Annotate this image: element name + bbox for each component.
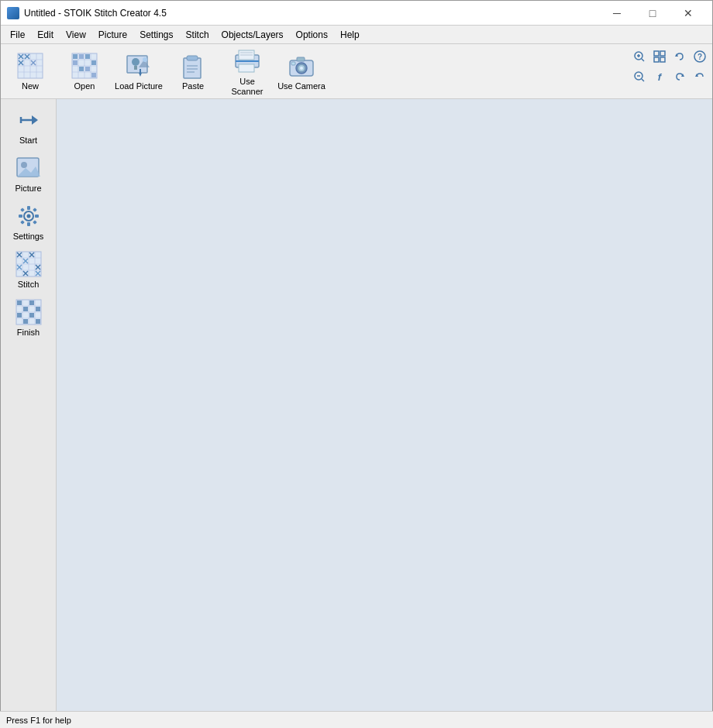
zoom-out-button[interactable]: [630, 67, 649, 86]
svg-rect-84: [33, 208, 37, 212]
svg-rect-45: [239, 64, 254, 72]
start-icon: [15, 106, 43, 134]
finish-sidebar-icon: [15, 298, 43, 326]
title-bar: Untitled - STOIK Stitch Creator 4.5 ─ □ …: [1, 1, 712, 26]
settings-sidebar-icon: [15, 202, 43, 230]
menu-file[interactable]: File: [4, 26, 31, 43]
svg-line-57: [642, 59, 644, 61]
sidebar-settings-button[interactable]: Settings: [4, 198, 53, 245]
svg-rect-23: [79, 54, 84, 59]
svg-rect-36: [140, 69, 141, 74]
status-text: Press F1 for help: [6, 716, 71, 725]
open-button[interactable]: Open: [58, 47, 111, 95]
sidebar-start-button[interactable]: Start: [4, 102, 53, 149]
window-title: Untitled - STOIK Stitch Creator 4.5: [24, 8, 167, 19]
svg-marker-73: [32, 115, 38, 125]
sidebar-picture-button[interactable]: Picture: [4, 150, 53, 197]
undo-button[interactable]: [670, 47, 689, 66]
svg-rect-22: [73, 54, 78, 59]
menu-options[interactable]: Options: [290, 26, 334, 43]
svg-rect-79: [27, 206, 30, 210]
grid-button[interactable]: [650, 47, 669, 66]
svg-rect-52: [297, 57, 305, 61]
stitch-sidebar-icon: [15, 250, 43, 278]
toolbar-left: New: [4, 47, 625, 95]
zoom-in-button[interactable]: [630, 47, 649, 66]
redo-button[interactable]: [670, 67, 689, 86]
use-scanner-label: Use Scanner: [223, 77, 271, 97]
picture-label: Picture: [15, 184, 41, 193]
svg-rect-118: [36, 307, 40, 311]
svg-point-75: [21, 162, 27, 168]
svg-rect-29: [91, 73, 96, 77]
sidebar: Start Picture: [1, 99, 57, 713]
new-button[interactable]: New: [4, 47, 57, 95]
svg-rect-24: [85, 54, 90, 59]
svg-rect-86: [33, 220, 37, 225]
svg-rect-37: [184, 58, 201, 78]
svg-rect-61: [660, 57, 665, 62]
menu-settings[interactable]: Settings: [133, 26, 179, 43]
main-layout: Start Picture: [1, 99, 712, 713]
toolbar: New: [1, 44, 712, 99]
menu-view[interactable]: View: [60, 26, 92, 43]
maximize-button[interactable]: □: [635, 1, 670, 26]
minimize-button[interactable]: ─: [599, 1, 635, 26]
paste-label: Paste: [182, 81, 204, 91]
svg-rect-117: [23, 307, 28, 311]
partial-undo-button[interactable]: [691, 67, 709, 86]
menu-picture[interactable]: Picture: [92, 26, 133, 43]
new-label: New: [22, 81, 39, 91]
svg-rect-60: [654, 57, 659, 62]
finish-label: Finish: [17, 328, 40, 337]
paste-button[interactable]: Paste: [167, 47, 219, 95]
menu-help[interactable]: Help: [334, 26, 366, 43]
new-icon: [16, 52, 44, 80]
load-picture-button[interactable]: Load Picture: [112, 47, 165, 95]
svg-rect-81: [19, 215, 22, 218]
open-icon: [71, 52, 98, 80]
window-controls: ─ □ ✕: [599, 1, 706, 26]
svg-line-67: [642, 79, 644, 81]
use-scanner-button[interactable]: Use Scanner: [221, 47, 274, 95]
use-camera-button[interactable]: Use Camera: [275, 47, 328, 95]
paste-icon: [179, 52, 207, 80]
picture-sidebar-icon: [15, 154, 43, 182]
load-picture-icon: [125, 52, 153, 80]
svg-rect-120: [29, 313, 34, 318]
svg-rect-82: [35, 215, 39, 218]
svg-rect-27: [85, 67, 90, 71]
sidebar-stitch-button[interactable]: Stitch: [4, 246, 53, 293]
svg-point-34: [143, 57, 147, 62]
svg-rect-59: [660, 51, 665, 56]
svg-rect-38: [187, 56, 198, 60]
status-bar: Press F1 for help: [0, 711, 713, 728]
settings-label: Settings: [13, 232, 44, 241]
help-button[interactable]: ?: [691, 47, 709, 66]
svg-text:?: ?: [698, 53, 702, 61]
menu-objects-layers[interactable]: Objects/Layers: [215, 26, 290, 43]
italic-button[interactable]: f: [650, 67, 669, 86]
canvas-area[interactable]: [57, 99, 712, 713]
toolbar-right-row-1: ?: [630, 47, 709, 66]
use-camera-label: Use Camera: [277, 81, 326, 91]
svg-rect-83: [20, 208, 25, 212]
menu-stitch[interactable]: Stitch: [180, 26, 215, 43]
menu-bar: File Edit View Picture Settings Stitch O…: [1, 26, 712, 44]
svg-rect-121: [23, 319, 28, 324]
svg-rect-25: [73, 60, 78, 65]
sidebar-finish-button[interactable]: Finish: [4, 294, 53, 341]
svg-rect-119: [17, 313, 22, 318]
open-label: Open: [74, 81, 95, 91]
svg-point-31: [132, 58, 140, 66]
svg-rect-28: [91, 60, 96, 65]
load-picture-label: Load Picture: [115, 81, 163, 91]
svg-rect-58: [654, 51, 659, 56]
svg-rect-80: [27, 222, 30, 226]
svg-text:f: f: [658, 71, 663, 83]
svg-rect-116: [29, 300, 34, 305]
menu-edit[interactable]: Edit: [31, 26, 60, 43]
close-button[interactable]: ✕: [670, 1, 706, 26]
use-camera-icon: [288, 52, 315, 80]
svg-rect-32: [134, 66, 137, 70]
